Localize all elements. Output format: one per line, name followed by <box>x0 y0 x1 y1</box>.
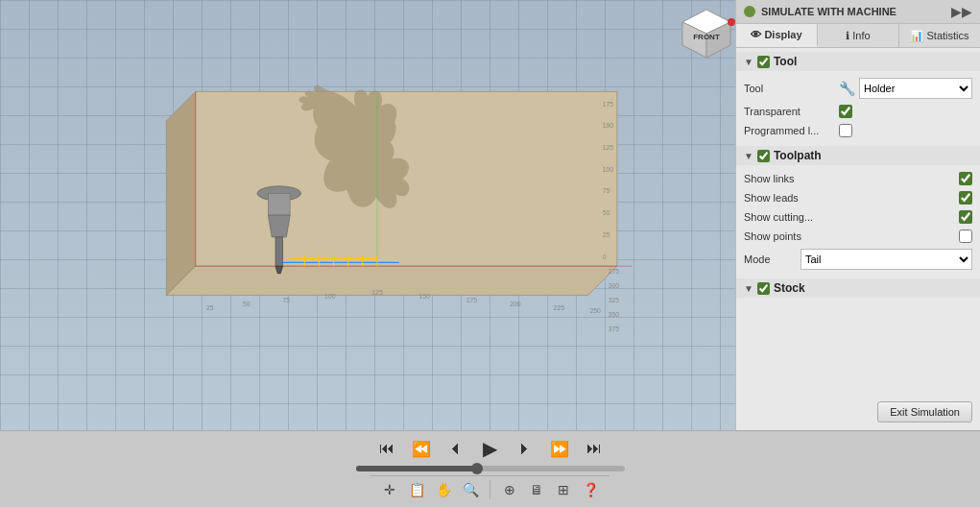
svg-text:FRONT: FRONT <box>693 33 720 41</box>
programmed-prop-row: Programmed l... <box>744 121 972 140</box>
tool-select-wrapper: 🔧 Holder <box>839 78 972 99</box>
progress-bar-fill <box>356 466 477 471</box>
mode-label: Mode <box>744 254 797 265</box>
tool-section-body: Tool 🔧 Holder Transparent <box>736 71 980 144</box>
show-cutting-checkbox[interactable] <box>959 210 972 224</box>
playback-next-fast-button[interactable]: ⏩ <box>546 435 573 462</box>
info-icon: ℹ <box>846 30 849 42</box>
toolpath-show-links-row: Show links <box>744 169 972 188</box>
svg-text:350: 350 <box>609 311 620 318</box>
svg-text:25: 25 <box>603 231 610 238</box>
toolpath-show-points-row: Show points <box>744 227 972 246</box>
icon-help-button[interactable]: ❓ <box>579 478 602 501</box>
svg-text:75: 75 <box>603 187 610 194</box>
svg-text:125: 125 <box>371 289 383 296</box>
svg-text:50: 50 <box>603 209 610 216</box>
progress-bar-container <box>356 466 625 471</box>
scene-3d: 175 190 125 100 75 50 25 0 25 50 75 100 … <box>38 48 716 353</box>
orientation-cube[interactable]: FRONT <box>678 5 730 58</box>
icon-toolbar: ✛ 📋 ✋ 🔍 ⊕ 🖥 ⊞ ❓ <box>370 475 610 503</box>
svg-point-45 <box>728 18 735 26</box>
svg-text:250: 250 <box>589 307 601 314</box>
playback-next-button[interactable]: ⏵ <box>512 435 538 462</box>
svg-text:100: 100 <box>324 293 336 300</box>
svg-text:275: 275 <box>609 268 620 275</box>
mode-dropdown[interactable]: Tail <box>801 249 972 270</box>
svg-text:200: 200 <box>510 301 521 307</box>
panel-expand-button[interactable]: ▶▶ <box>951 4 972 19</box>
tool-section-header[interactable]: ▼ Tool <box>736 52 980 71</box>
transparent-label: Transparent <box>744 106 835 117</box>
svg-marker-2 <box>196 91 617 266</box>
transparent-value <box>839 105 972 118</box>
programmed-value <box>839 124 972 137</box>
icon-crosshair-button[interactable]: ✛ <box>378 478 401 501</box>
stock-section-toggle: ▼ <box>744 283 753 294</box>
panel-content: ▼ Tool Tool 🔧 Holder <box>736 48 980 394</box>
tab-info[interactable]: ℹ Info <box>818 24 899 47</box>
programmed-label: Programmed l... <box>744 125 835 136</box>
show-cutting-label: Show cutting... <box>744 211 953 223</box>
svg-marker-0 <box>166 266 616 295</box>
svg-text:150: 150 <box>419 293 431 300</box>
svg-rect-7 <box>268 193 290 215</box>
stock-section-title: Stock <box>774 281 805 295</box>
exit-simulation-button[interactable]: Exit Simulation <box>877 401 972 422</box>
svg-text:100: 100 <box>603 166 614 173</box>
exit-btn-container: Exit Simulation <box>736 394 980 430</box>
stock-section: ▼ Stock <box>736 278 980 298</box>
svg-rect-9 <box>275 237 283 266</box>
stock-section-header[interactable]: ▼ Stock <box>736 278 980 298</box>
stock-section-checkbox[interactable] <box>757 282 770 295</box>
panel-title-text: SIMULATE WITH MACHINE <box>761 6 896 17</box>
panel-header: SIMULATE WITH MACHINE ▶▶ <box>736 0 980 24</box>
icon-copy-button[interactable]: 📋 <box>405 478 428 501</box>
icon-zoom-button[interactable]: 🔍 <box>459 478 482 501</box>
progress-knob[interactable] <box>471 463 483 474</box>
playback-start-button[interactable]: ⏮ <box>373 435 400 462</box>
icon-grid-button[interactable]: ⊞ <box>552 478 575 501</box>
show-links-checkbox[interactable] <box>959 172 972 185</box>
toolpath-section: ▼ Toolpath Show links Show leads <box>736 146 980 277</box>
tab-statistics[interactable]: 📊 Statistics <box>899 24 980 47</box>
playback-prev-button[interactable]: ⏴ <box>442 435 469 462</box>
svg-text:325: 325 <box>609 297 620 303</box>
svg-text:190: 190 <box>603 122 614 129</box>
panel-tabs: 👁 Display ℹ Info 📊 Statistics <box>736 24 980 48</box>
show-points-label: Show points <box>744 230 953 242</box>
progress-bar[interactable] <box>356 466 625 471</box>
toolpath-section-body: Show links Show leads Show cutting... <box>736 165 980 277</box>
tool-section: ▼ Tool Tool 🔧 Holder <box>736 52 980 144</box>
svg-text:0: 0 <box>603 254 607 260</box>
tool-holder-icon: 🔧 <box>839 81 855 96</box>
programmed-checkbox[interactable] <box>839 124 852 137</box>
statistics-icon: 📊 <box>910 30 923 42</box>
show-points-checkbox[interactable] <box>959 229 972 243</box>
toolpath-section-title: Toolpath <box>774 149 822 162</box>
transparent-prop-row: Transparent <box>744 102 972 121</box>
show-links-label: Show links <box>744 173 953 184</box>
tool-dropdown[interactable]: Holder <box>859 78 972 99</box>
playback-play-button[interactable]: ▶ <box>477 435 504 462</box>
tool-prop-row: Tool 🔧 Holder <box>744 75 972 102</box>
panel-header-title: SIMULATE WITH MACHINE <box>744 6 896 17</box>
show-leads-label: Show leads <box>744 192 953 204</box>
show-leads-checkbox[interactable] <box>959 191 972 205</box>
playback-prev-fast-button[interactable]: ⏪ <box>408 435 435 462</box>
toolbar-separator <box>490 480 490 499</box>
right-panel: SIMULATE WITH MACHINE ▶▶ 👁 Display ℹ Inf… <box>735 0 980 430</box>
tab-display[interactable]: 👁 Display <box>736 24 818 47</box>
toolpath-show-cutting-row: Show cutting... <box>744 207 972 227</box>
main-container: 175 190 125 100 75 50 25 0 25 50 75 100 … <box>0 0 980 430</box>
tab-info-label: Info <box>852 30 870 41</box>
tool-section-checkbox[interactable] <box>757 56 770 68</box>
toolpath-section-header[interactable]: ▼ Toolpath <box>736 146 980 165</box>
tool-section-toggle: ▼ <box>744 57 753 67</box>
toolpath-section-checkbox[interactable] <box>757 150 770 162</box>
transparent-checkbox[interactable] <box>839 105 852 118</box>
playback-end-button[interactable]: ⏭ <box>581 435 608 462</box>
svg-text:225: 225 <box>554 304 565 311</box>
icon-zoom-plus-button[interactable]: ⊕ <box>498 478 521 501</box>
icon-pan-button[interactable]: ✋ <box>432 478 455 501</box>
icon-display-button[interactable]: 🖥 <box>525 478 548 501</box>
